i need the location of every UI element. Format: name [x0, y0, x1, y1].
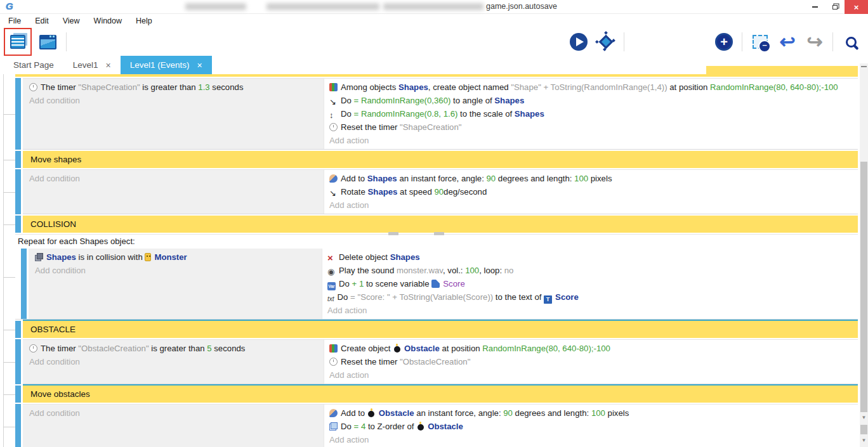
events-editor-button[interactable] — [6, 30, 30, 54]
action-row[interactable]: Do = 4 to Z-order of Obstacle — [329, 420, 854, 433]
add-event-button[interactable] — [630, 30, 654, 54]
tab-start-page[interactable]: Start Page — [4, 56, 63, 74]
force-icon — [329, 409, 338, 417]
text-segment: 1.3 — [198, 82, 209, 92]
add-condition-button[interactable]: Add condition — [29, 94, 320, 107]
action-row[interactable]: VarDo + 1 to scene variable Score — [327, 277, 854, 290]
object-name: Shapes — [367, 174, 397, 183]
text-segment: to angle of — [450, 96, 494, 105]
text-segment: Reset the timer — [341, 357, 400, 366]
scrollbar-top-mark — [861, 66, 867, 67]
delete-event-button[interactable] — [748, 30, 772, 54]
minimize-icon — [812, 6, 818, 8]
add-action-button[interactable]: Add action — [329, 433, 854, 446]
text-segment: Do — [341, 109, 354, 119]
event-block: The timer "ShapeCreation" is greater tha… — [15, 78, 858, 150]
force-icon — [329, 174, 338, 183]
add-more-button[interactable]: + — [712, 30, 736, 54]
search-button[interactable] — [839, 30, 863, 54]
play-button[interactable] — [567, 30, 591, 54]
menu-help[interactable]: Help — [129, 16, 159, 25]
action-row[interactable]: txtDo = "Score: " + ToString(Variable(Sc… — [327, 290, 854, 304]
scorevar-icon — [431, 280, 440, 288]
sound-icon: ◉ — [327, 268, 336, 276]
foreach-header[interactable]: Repeat for each Shapes object: — [15, 235, 858, 249]
text-segment: , create object named — [428, 82, 511, 92]
add-action-button[interactable]: Add action — [329, 134, 854, 147]
text-segment: Create object — [341, 344, 393, 353]
tab-level1-events[interactable]: Level1 (Events)× — [121, 56, 212, 74]
action-row[interactable]: Reset the timer "ObstacleCreation" — [329, 355, 854, 368]
event-body: Add conditionAdd to Shapes an instant fo… — [23, 169, 858, 214]
text-segment: "ShapeCreation" — [78, 82, 140, 92]
comment-row[interactable]: OBSTACLE — [23, 321, 858, 338]
add-condition-button[interactable]: Add condition — [29, 406, 320, 420]
condition-row[interactable]: The timer "ObstacleCreation" is greater … — [29, 342, 320, 355]
object-name: Shapes — [46, 252, 76, 262]
action-row[interactable]: ×Delete object Shapes — [327, 250, 854, 264]
condition-row[interactable]: Shapes is in collision with Monster — [35, 250, 318, 264]
menu-edit[interactable]: Edit — [28, 16, 56, 25]
text-segment: at position — [667, 82, 710, 92]
text-segment: Rotate — [341, 187, 368, 197]
action-row[interactable]: Among objects Shapes, create object name… — [329, 81, 854, 94]
object-name: Obstacle — [428, 422, 463, 431]
action-row[interactable]: ◉Play the sound monster.wav, vol.: 100, … — [327, 264, 854, 277]
minimize-button[interactable] — [805, 0, 825, 14]
action-row[interactable]: Add to Shapes an instant force, angle: 9… — [329, 172, 854, 185]
toolbar-separator — [66, 32, 67, 51]
event-body: The timer "ShapeCreation" is greater tha… — [23, 78, 858, 150]
scroll-down-icon[interactable]: ▼ — [860, 415, 868, 420]
action-row[interactable]: Add to Obstacle an instant force, angle:… — [329, 406, 854, 420]
action-row[interactable]: ↘Rotate Shapes at speed 90deg/second — [329, 185, 854, 198]
close-button[interactable]: × — [845, 0, 868, 14]
undo-button[interactable]: ↩ — [775, 30, 799, 54]
object-name: Shapes — [494, 96, 524, 105]
scroll-down-icon[interactable]: ▼ — [860, 437, 868, 443]
text-segment: "ObstacleCreation" — [78, 344, 148, 353]
vertical-scrollbar[interactable]: ▼ ▼ — [860, 63, 868, 447]
event-handle-bar — [15, 385, 21, 403]
angle-icon: ↘ — [329, 98, 338, 106]
restore-button[interactable] — [825, 0, 845, 14]
tab-level1[interactable]: Level1× — [63, 56, 121, 74]
add-condition-button[interactable]: Add condition — [29, 172, 320, 185]
text-segment: 90 — [434, 187, 444, 197]
scoretext-icon: T — [544, 295, 552, 304]
monster-obj-icon — [145, 253, 151, 261]
tab-close-icon[interactable]: × — [106, 60, 111, 70]
add-condition-button[interactable]: Add condition — [29, 355, 320, 368]
action-row[interactable]: ↘Do = RandomInRange(0,360) to angle of S… — [329, 94, 854, 107]
add-condition-button[interactable]: Add condition — [35, 264, 318, 277]
object-name: Shapes — [368, 187, 398, 197]
scrollbar-thumb-small[interactable] — [860, 425, 867, 434]
comment-row[interactable]: Move shapes — [23, 151, 858, 168]
text-segment: at speed — [397, 187, 434, 197]
add-action-button[interactable]: Add action — [327, 304, 854, 317]
add-action-button[interactable]: Add action — [329, 368, 854, 382]
comment-row[interactable]: COLLISION — [23, 216, 858, 233]
event-handle-bar — [15, 151, 21, 168]
text-segment: "Shape" + ToString(RandomInRange(1,4)) — [511, 82, 667, 92]
action-row[interactable]: ↕Do = RandomInRange(0.8, 1.6) to the sca… — [329, 107, 854, 120]
tab-close-icon[interactable]: × — [197, 60, 202, 70]
text-segment: Reset the timer — [341, 122, 400, 132]
text-segment: 100 — [574, 174, 588, 183]
redo-button[interactable]: ↪ — [803, 30, 827, 54]
text-segment: to the text of — [493, 292, 544, 302]
add-action-button[interactable]: Add action — [329, 198, 854, 212]
add-comment-button[interactable] — [685, 30, 709, 54]
scrollbar-thumb[interactable] — [860, 162, 867, 412]
add-subevent-button[interactable] — [657, 30, 681, 54]
scene-editor-button[interactable] — [36, 30, 60, 54]
menu-file[interactable]: File — [1, 16, 28, 25]
menu-window[interactable]: Window — [87, 16, 129, 25]
comment-row[interactable]: Move obstacles — [23, 385, 858, 403]
condition-row[interactable]: The timer "ShapeCreation" is greater tha… — [29, 81, 320, 94]
menu-view[interactable]: View — [56, 16, 87, 25]
play-icon — [570, 33, 588, 51]
debug-button[interactable] — [594, 30, 618, 54]
action-row[interactable]: Create object Obstacle at position Rando… — [329, 342, 854, 355]
object-name: Shapes — [515, 109, 544, 119]
action-row[interactable]: Reset the timer "ShapeCreation" — [329, 120, 854, 134]
